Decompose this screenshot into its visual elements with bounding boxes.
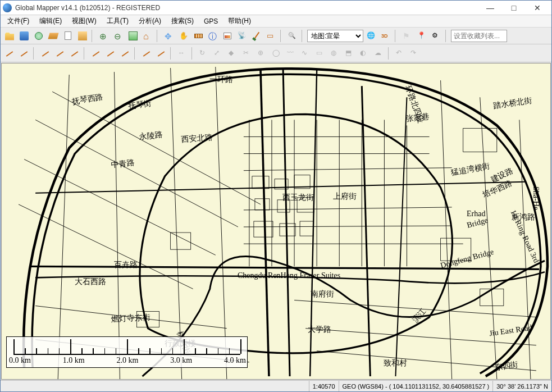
zoom-out-icon — [114, 31, 123, 40]
status-projection: GEO (WGS84) - ( 104.1101131152, 30.64058… — [339, 381, 493, 391]
edit-crop-button[interactable]: ▭ — [314, 47, 327, 60]
measure-button[interactable] — [191, 29, 205, 43]
edit-smooth-button[interactable]: ∿ — [299, 47, 313, 60]
scale-label-2: 2.0 km — [117, 356, 139, 365]
menubar: 文件(F) 编辑(E) 视图(W) 工具(T) 分析(A) 搜索(S) GPS … — [1, 15, 551, 28]
gps-settings-button[interactable]: ⚙ — [430, 29, 443, 43]
edit-vertex-button[interactable]: ◆ — [226, 47, 240, 60]
pencil-trace-icon — [143, 51, 150, 57]
map-select[interactable]: 地图:宣晕 — [307, 30, 363, 42]
flag-icon — [403, 31, 412, 40]
pencil-free-icon — [158, 51, 165, 57]
menu-search[interactable]: 搜索(S) — [167, 15, 198, 27]
attrib-icon: ☁ — [375, 49, 384, 58]
zoom-out-button[interactable] — [112, 29, 125, 43]
status-scale: 1:40570 — [309, 381, 339, 391]
island-icon: ◍ — [331, 49, 340, 58]
save-button[interactable] — [17, 29, 31, 43]
favorites-input[interactable] — [451, 30, 507, 42]
edit-island-button[interactable]: ◍ — [329, 47, 342, 60]
map-canvas[interactable]: 一环路抚琴西路抚琴街环路北四段踏水桥北街永陵路西安北路张家巷中青路猛追湾横街建设… — [1, 63, 551, 380]
hand-icon — [179, 31, 188, 40]
draw-range-button[interactable] — [118, 47, 132, 60]
profile-button[interactable] — [221, 29, 234, 43]
draw-point-button[interactable] — [3, 47, 16, 60]
menu-help[interactable]: 帮助(H) — [223, 15, 256, 27]
home-icon — [143, 31, 152, 40]
edit-buffer-button[interactable]: ◯ — [270, 47, 284, 60]
draw-line-button[interactable] — [17, 47, 31, 60]
separator — [280, 30, 284, 42]
gps-track-button[interactable]: 📍 — [415, 29, 428, 43]
gps-flag-button[interactable] — [400, 29, 414, 43]
separator — [445, 30, 449, 42]
app-window: Global Mapper v14.1 (b120512) - REGISTER… — [0, 0, 552, 392]
separator — [134, 47, 138, 60]
edit-dissolve-button[interactable]: ◐ — [358, 47, 371, 60]
edit-scale-button[interactable]: ⤢ — [212, 47, 225, 60]
combine-icon: ⬒ — [345, 49, 354, 58]
draw-area-button[interactable] — [39, 47, 52, 60]
close-button[interactable]: ✕ — [526, 1, 549, 15]
draw-cogo-button[interactable] — [104, 47, 117, 60]
edit-combine-button[interactable]: ⬒ — [343, 47, 357, 60]
smooth-icon: ∿ — [302, 49, 311, 58]
pencil-circle-icon — [71, 51, 79, 57]
download-button[interactable]: 🌐 — [364, 29, 378, 43]
pan-button[interactable] — [162, 29, 176, 43]
zoom-in-button[interactable] — [97, 29, 111, 43]
separator — [157, 30, 160, 42]
edit-rotate-button[interactable]: ↻ — [197, 47, 211, 60]
separator — [33, 47, 37, 60]
draw-trace-button[interactable] — [140, 47, 153, 60]
print-button[interactable] — [61, 29, 75, 43]
view3d-button[interactable] — [379, 29, 393, 43]
3d-icon — [381, 31, 390, 40]
edit-simplify-button[interactable]: 〰 — [285, 47, 298, 60]
undo-button[interactable]: ↶ — [394, 47, 407, 60]
edit-attrib-button[interactable]: ☁ — [372, 47, 386, 60]
draw-free-button[interactable] — [154, 47, 168, 60]
shape-button[interactable] — [264, 29, 278, 43]
layers-button[interactable] — [47, 29, 60, 43]
edit-join-button[interactable]: ⊕ — [256, 47, 269, 60]
dissolve-icon: ◐ — [360, 49, 369, 58]
status-coordinate: 30° 38' 26.1173" N — [492, 381, 551, 391]
app-icon — [3, 3, 12, 12]
crop-icon: ▭ — [316, 49, 325, 58]
separator — [170, 47, 174, 60]
menu-analyze[interactable]: 分析(A) — [134, 15, 166, 27]
binoculars-icon — [288, 31, 297, 40]
draw-rect-button[interactable] — [53, 47, 67, 60]
menu-view[interactable]: 视图(W) — [67, 15, 101, 27]
open-button[interactable] — [3, 29, 16, 43]
menu-file[interactable]: 文件(F) — [3, 15, 34, 27]
draw-grid-button[interactable] — [89, 47, 103, 60]
track-icon: 📍 — [417, 31, 426, 40]
los-button[interactable]: 📡 — [235, 29, 249, 43]
separator — [395, 30, 398, 42]
edit-split-button[interactable]: ✂ — [241, 47, 254, 60]
pencil-icon — [254, 32, 259, 39]
separator — [302, 30, 305, 42]
menu-gps[interactable]: GPS — [199, 16, 222, 26]
join-icon: ⊕ — [258, 49, 267, 58]
zoom-full-icon — [129, 31, 138, 40]
info-button[interactable] — [206, 29, 220, 43]
config-button[interactable] — [76, 29, 89, 43]
zoom-full-button[interactable] — [126, 29, 140, 43]
web-button[interactable] — [32, 29, 45, 43]
draw-circle-button[interactable] — [68, 47, 81, 60]
hand-button[interactable] — [177, 29, 190, 43]
edit-move-button[interactable]: ↔ — [176, 47, 189, 60]
edit-button[interactable] — [250, 29, 263, 43]
redo-button[interactable]: ↷ — [408, 47, 422, 60]
home-button[interactable] — [141, 29, 154, 43]
maximize-button[interactable]: □ — [502, 1, 526, 15]
folder-open-icon — [5, 31, 14, 40]
download-icon: 🌐 — [367, 31, 376, 40]
menu-edit[interactable]: 编辑(E) — [35, 15, 66, 27]
find-button[interactable] — [286, 29, 299, 43]
menu-tools[interactable]: 工具(T) — [102, 15, 133, 27]
minimize-button[interactable]: — — [478, 1, 502, 15]
